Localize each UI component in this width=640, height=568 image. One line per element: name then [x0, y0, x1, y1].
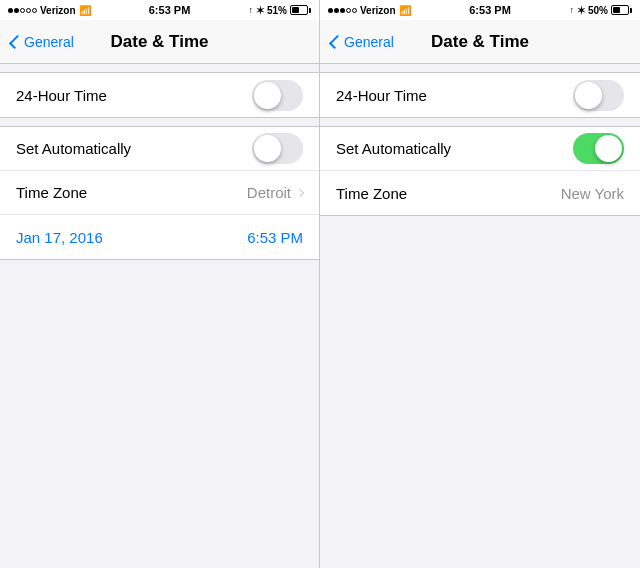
status-bar-left: Verizon 📶 6:53 PM ↑ ✶ 51% — [0, 0, 319, 20]
status-right-right: ↑ ✶ 50% — [569, 5, 632, 16]
toggle-auto-left[interactable] — [252, 133, 303, 164]
row-timezone-left[interactable]: Time Zone Detroit — [0, 171, 319, 215]
wifi-icon: 📶 — [79, 5, 91, 16]
status-left: Verizon 📶 — [8, 5, 91, 16]
section-24hr-right: 24-Hour Time — [320, 72, 640, 118]
battery-percent-right: 50% — [588, 5, 608, 16]
page-title-right: Date & Time — [431, 32, 529, 52]
page-title-left: Date & Time — [111, 32, 209, 52]
label-24hr-right: 24-Hour Time — [336, 87, 427, 104]
back-label-right: General — [344, 34, 394, 50]
chevron-left-icon-left — [9, 34, 23, 48]
label-auto-right: Set Automatically — [336, 140, 451, 157]
row-24hr-right: 24-Hour Time — [320, 73, 640, 117]
date-row-left[interactable]: Jan 17, 2016 6:53 PM — [0, 215, 319, 259]
left-panel: Verizon 📶 6:53 PM ↑ ✶ 51% General Date &… — [0, 0, 320, 568]
back-button-left[interactable]: General — [8, 34, 74, 50]
timezone-city-left: Detroit — [247, 184, 291, 201]
date-value-left: Jan 17, 2016 — [16, 229, 103, 246]
toggle-24hr-right[interactable] — [573, 80, 624, 111]
value-timezone-right: New York — [561, 185, 624, 202]
signal-icon — [8, 8, 37, 13]
status-left-right: Verizon 📶 — [328, 5, 411, 16]
row-auto-right: Set Automatically — [320, 127, 640, 171]
carrier-label: Verizon — [40, 5, 76, 16]
label-auto-left: Set Automatically — [16, 140, 131, 157]
nav-bar-right: General Date & Time — [320, 20, 640, 64]
right-panel: Verizon 📶 6:53 PM ↑ ✶ 50% General Date &… — [320, 0, 640, 568]
back-label-left: General — [24, 34, 74, 50]
label-timezone-left: Time Zone — [16, 184, 87, 201]
section-auto-right: Set Automatically Time Zone New York — [320, 126, 640, 216]
value-timezone-left: Detroit — [247, 184, 303, 201]
carrier-label-right: Verizon — [360, 5, 396, 16]
row-auto-left: Set Automatically — [0, 127, 319, 171]
status-bar-right: Verizon 📶 6:53 PM ↑ ✶ 50% — [320, 0, 640, 20]
label-24hr-left: 24-Hour Time — [16, 87, 107, 104]
time-display-right: 6:53 PM — [469, 4, 511, 16]
toggle-24hr-left[interactable] — [252, 80, 303, 111]
nav-bar-left: General Date & Time — [0, 20, 319, 64]
arrow-right-icon: ↑ — [569, 5, 574, 15]
status-right-left: ↑ ✶ 51% — [248, 5, 311, 16]
section-auto-left: Set Automatically Time Zone Detroit Jan … — [0, 126, 319, 260]
timezone-city-right: New York — [561, 185, 624, 202]
row-timezone-right: Time Zone New York — [320, 171, 640, 215]
wifi-icon-right: 📶 — [399, 5, 411, 16]
chevron-right-icon-left — [296, 188, 304, 196]
battery-percent-left: 51% — [267, 5, 287, 16]
battery-icon-right — [611, 5, 632, 15]
row-24hr-left: 24-Hour Time — [0, 73, 319, 117]
chevron-left-icon-right — [329, 34, 343, 48]
label-timezone-right: Time Zone — [336, 185, 407, 202]
arrow-up-icon: ↑ — [248, 5, 253, 15]
back-button-right[interactable]: General — [328, 34, 394, 50]
bluetooth-icon-right: ✶ — [577, 5, 585, 16]
time-display-left: 6:53 PM — [149, 4, 191, 16]
section-24hr-left: 24-Hour Time — [0, 72, 319, 118]
battery-icon-left — [290, 5, 311, 15]
toggle-auto-right[interactable] — [573, 133, 624, 164]
time-value-left: 6:53 PM — [247, 229, 303, 246]
signal-icon-right — [328, 8, 357, 13]
bluetooth-icon: ✶ — [256, 5, 264, 16]
